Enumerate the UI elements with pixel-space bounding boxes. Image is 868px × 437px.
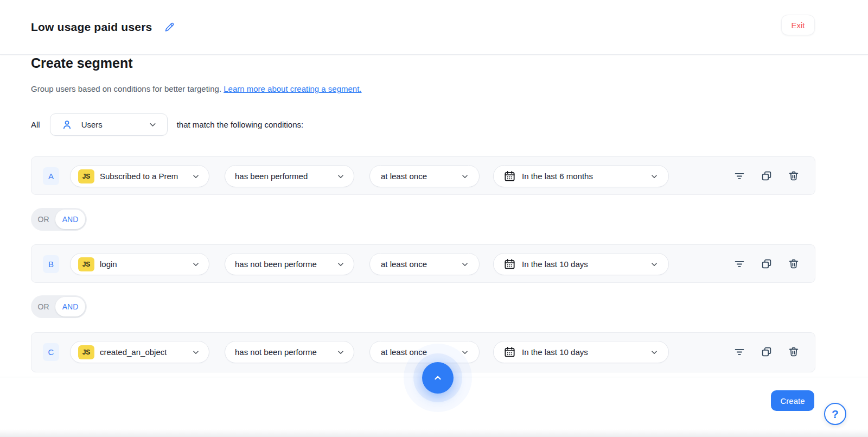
chevron-down-icon — [336, 348, 345, 357]
scroll-to-top-button[interactable] — [422, 362, 454, 394]
event-dropdown[interactable]: JS login — [70, 253, 209, 275]
filter-icon[interactable] — [733, 346, 745, 358]
chevron-down-icon — [461, 172, 469, 181]
operator-value: has not been performe — [235, 259, 317, 269]
operator-dropdown[interactable]: has been performed — [225, 165, 354, 187]
timeframe-value: In the last 10 days — [522, 347, 588, 357]
user-icon — [61, 119, 73, 130]
logic-toggle: OR AND — [31, 295, 87, 318]
copy-icon[interactable] — [761, 346, 773, 358]
or-option[interactable]: OR — [31, 302, 56, 311]
chevron-down-icon — [192, 172, 200, 181]
copy-icon[interactable] — [761, 258, 773, 270]
learn-more-link[interactable]: Learn more about creating a segment. — [224, 84, 361, 93]
operator-value: has been performed — [235, 172, 308, 181]
calendar-icon — [503, 258, 516, 270]
trash-icon[interactable] — [788, 170, 800, 182]
qualifier-prefix: All — [31, 120, 40, 129]
copy-icon[interactable] — [761, 170, 773, 182]
or-option[interactable]: OR — [31, 215, 56, 224]
operator-dropdown[interactable]: has not been performe — [225, 253, 354, 275]
trash-icon[interactable] — [788, 258, 800, 270]
timeframe-dropdown[interactable]: In the last 10 days — [493, 253, 669, 275]
description-text: Group users based on conditions for bett… — [31, 84, 221, 93]
timeframe-value: In the last 10 days — [522, 259, 588, 269]
help-button[interactable]: ? — [824, 403, 846, 425]
audience-value: Users — [81, 120, 148, 129]
condition-row-b: B JS login has not been performe at leas… — [31, 244, 815, 283]
frequency-value: at least once — [381, 347, 427, 357]
page-description: Group users based on conditions for bett… — [31, 84, 362, 93]
filter-icon[interactable] — [733, 258, 745, 270]
frequency-dropdown[interactable]: at least once — [369, 165, 480, 187]
operator-dropdown[interactable]: has not been performe — [225, 341, 354, 363]
condition-row-a: A JS Subscribed to a Prem has been perfo… — [31, 156, 815, 195]
chevron-down-icon — [461, 348, 469, 357]
audience-dropdown[interactable]: Users — [50, 113, 168, 136]
condition-label-badge: C — [43, 343, 59, 361]
chevron-down-icon — [650, 260, 659, 269]
event-dropdown[interactable]: JS created_an_object — [70, 341, 209, 363]
and-option[interactable]: AND — [55, 210, 85, 229]
condition-row-c: C JS created_an_object has not been perf… — [31, 332, 815, 372]
create-button[interactable]: Create — [771, 390, 814, 411]
timeframe-value: In the last 6 months — [522, 172, 593, 181]
filter-icon[interactable] — [733, 170, 745, 182]
chevron-down-icon — [192, 348, 200, 357]
frequency-dropdown[interactable]: at least once — [369, 341, 480, 363]
event-value: login — [100, 259, 117, 269]
frequency-dropdown[interactable]: at least once — [369, 253, 480, 275]
qualifier-suffix: that match the following conditions: — [177, 120, 303, 129]
calendar-icon — [503, 346, 516, 358]
operator-value: has not been performe — [235, 347, 317, 357]
chevron-down-icon — [336, 260, 345, 269]
timeframe-dropdown[interactable]: In the last 10 days — [493, 341, 669, 363]
segment-name: Low usage paid users — [31, 21, 152, 34]
js-event-badge: JS — [78, 169, 94, 183]
edit-name-button[interactable] — [164, 21, 176, 33]
question-mark-icon: ? — [832, 408, 839, 421]
condition-label-badge: A — [43, 167, 59, 185]
trash-icon[interactable] — [788, 346, 800, 358]
event-value: created_an_object — [100, 347, 167, 357]
pencil-icon — [164, 21, 176, 33]
calendar-icon — [503, 170, 516, 182]
audience-qualifier: All Users that match the following condi… — [31, 113, 303, 136]
chevron-down-icon — [192, 260, 200, 269]
event-dropdown[interactable]: JS Subscribed to a Prem — [70, 165, 209, 187]
frequency-value: at least once — [381, 172, 427, 181]
js-event-badge: JS — [78, 257, 94, 271]
chevron-up-icon — [432, 372, 444, 384]
and-option[interactable]: AND — [55, 297, 85, 316]
js-event-badge: JS — [78, 345, 94, 359]
chevron-down-icon — [650, 348, 659, 357]
frequency-value: at least once — [381, 259, 427, 269]
event-value: Subscribed to a Prem — [100, 172, 178, 181]
timeframe-dropdown[interactable]: In the last 6 months — [493, 165, 669, 187]
logic-toggle: OR AND — [31, 208, 87, 231]
condition-label-badge: B — [43, 255, 59, 273]
footer-bar: Create ? — [0, 377, 868, 437]
top-bar: Low usage paid users Exit — [0, 0, 868, 55]
exit-button[interactable]: Exit — [781, 15, 815, 35]
segment-builder-page: Low usage paid users Exit Create segment… — [0, 0, 868, 437]
chevron-down-icon — [461, 260, 469, 269]
chevron-down-icon — [148, 120, 157, 129]
chevron-down-icon — [336, 172, 345, 181]
chevron-down-icon — [650, 172, 659, 181]
page-title: Create segment — [31, 55, 133, 71]
